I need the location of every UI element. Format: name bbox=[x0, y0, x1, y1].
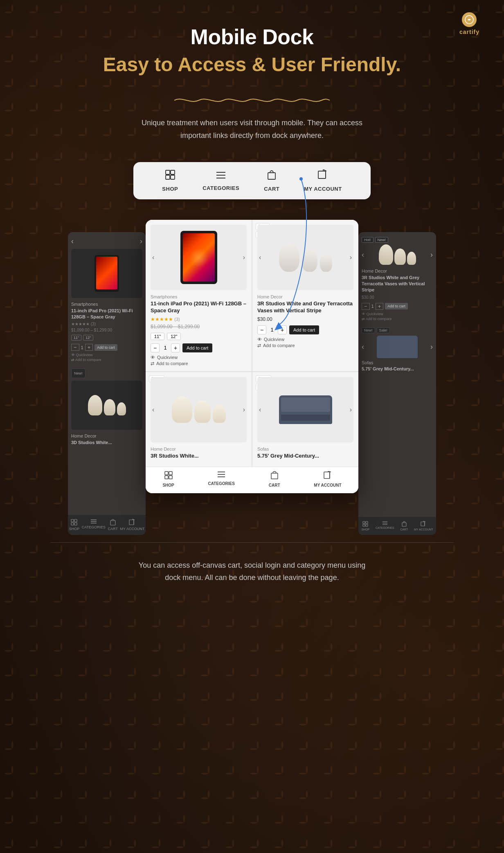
section-divider bbox=[50, 542, 454, 543]
egg-chairs-image bbox=[172, 396, 226, 423]
phone-dock-categories[interactable]: CATEGORIES bbox=[208, 471, 235, 487]
product-name-2: 3R Studios White and Grey Terracotta Vas… bbox=[257, 300, 353, 314]
compare-icon-2: ⇄ bbox=[257, 343, 261, 348]
add-to-cart-2[interactable]: Add to cart bbox=[289, 325, 319, 334]
qty-decrease-1[interactable]: − bbox=[151, 343, 160, 352]
product-card-sofa: New! Sale! ‹ › Sofas 5.75' Grey Mid-Cent… bbox=[252, 372, 358, 467]
phone-dock-myaccount[interactable]: MY ACCOUNT bbox=[314, 471, 341, 487]
size-options-1: 11" 12" bbox=[151, 333, 247, 340]
prev-arrow-egg[interactable]: ‹ bbox=[152, 406, 154, 413]
dock-item-shop[interactable]: SHOP bbox=[162, 169, 178, 192]
phone-myaccount-label: MY ACCOUNT bbox=[314, 483, 341, 487]
page-wrapper: Mobile Dock Easy to Access & User Friend… bbox=[0, 0, 504, 609]
header-description: Unique treatment when users visit throug… bbox=[133, 117, 371, 142]
phone-categories-icon bbox=[217, 471, 225, 480]
qty-decrease-2[interactable]: − bbox=[257, 325, 266, 334]
sofa-image bbox=[279, 395, 332, 424]
top-dock-bar: SHOP CATEGORIES CART bbox=[133, 162, 371, 199]
svg-rect-27 bbox=[402, 523, 406, 526]
bottom-description: You can access off-canvas cart, social l… bbox=[133, 559, 371, 584]
product-name-3: 3R Studios White... bbox=[151, 453, 247, 460]
product-price-1: $1,099.00 – $1,299.00 bbox=[151, 324, 247, 329]
compare-icon-1: ⇄ bbox=[151, 361, 154, 366]
qty-increase-2[interactable]: + bbox=[278, 325, 287, 334]
svg-rect-2 bbox=[171, 170, 175, 174]
svg-rect-18 bbox=[129, 520, 134, 525]
svg-rect-1 bbox=[166, 170, 170, 174]
qty-value-1: 1 bbox=[162, 345, 169, 351]
svg-rect-10 bbox=[71, 519, 74, 522]
cart-icon bbox=[267, 169, 277, 183]
size-12-btn[interactable]: 12" bbox=[167, 333, 181, 340]
wavy-divider bbox=[174, 96, 330, 104]
phone-categories-label: CATEGORIES bbox=[208, 481, 235, 486]
product-card-ipad: ‹ › Smartphones 11-inch iPad Pro (2021) … bbox=[146, 220, 252, 371]
prev-arrow-sofa[interactable]: ‹ bbox=[259, 406, 261, 413]
showcase-wrapper: ‹ › Smartphones 11-inch iPad Pro (2021) … bbox=[68, 220, 436, 493]
add-to-cart-1[interactable]: Add to cart bbox=[182, 343, 212, 352]
next-arrow-sofa[interactable]: › bbox=[350, 406, 352, 413]
dock-cart-label: CART bbox=[264, 186, 279, 192]
product-card-egg: New! ‹ › Home Decor 3R Studios White... bbox=[146, 372, 252, 467]
phone-cart-label: CART bbox=[269, 483, 280, 487]
product-category-4: Sofas bbox=[257, 447, 353, 451]
dock-myaccount-label: MY ACCOUNT bbox=[304, 186, 342, 192]
prev-arrow-ipad[interactable]: ‹ bbox=[152, 254, 154, 261]
dock-item-cart[interactable]: CART bbox=[264, 169, 279, 192]
sub-title: Easy to Access & User Friendly. bbox=[103, 53, 401, 76]
svg-rect-32 bbox=[165, 476, 168, 479]
next-arrow-egg[interactable]: › bbox=[243, 406, 245, 413]
svg-rect-3 bbox=[166, 175, 170, 179]
phone-myaccount-icon bbox=[324, 471, 332, 481]
categories-icon bbox=[216, 170, 226, 182]
side-card-left: ‹ › Smartphones 11-inch iPad Pro (2021) … bbox=[68, 232, 146, 535]
product-name-1: 11-inch iPad Pro (2021) Wi-Fi 128GB – Sp… bbox=[151, 300, 247, 314]
next-arrow-vases[interactable]: › bbox=[350, 254, 352, 261]
svg-rect-37 bbox=[271, 473, 278, 479]
shop-icon bbox=[165, 169, 176, 183]
product-price-2: $30.00 bbox=[257, 316, 353, 322]
svg-rect-33 bbox=[169, 476, 172, 479]
svg-rect-22 bbox=[363, 524, 365, 526]
product-name-4: 5.75' Grey Mid-Century... bbox=[257, 453, 353, 460]
qty-value-2: 1 bbox=[269, 327, 275, 333]
quickview-2[interactable]: 👁 Quickview bbox=[257, 337, 353, 342]
products-grid: ‹ › Smartphones 11-inch iPad Pro (2021) … bbox=[146, 220, 358, 467]
quickview-1[interactable]: 👁 Quickview bbox=[151, 355, 247, 360]
side-card-right: Hot! New! ‹ › Home Decor 3R Studios Whit… bbox=[358, 232, 436, 535]
header-section: Mobile Dock Easy to Access & User Friend… bbox=[70, 25, 434, 76]
compare-2[interactable]: ⇄ Add to compare bbox=[257, 343, 353, 348]
product-stars-1: ★★★★★ (3) bbox=[151, 316, 247, 322]
size-11-btn[interactable]: 11" bbox=[151, 333, 164, 340]
phone-shop-label: SHOP bbox=[162, 483, 174, 487]
svg-rect-9 bbox=[318, 171, 326, 178]
svg-rect-11 bbox=[74, 519, 77, 522]
quickview-icon-2: 👁 bbox=[257, 337, 262, 342]
qty-increase-1[interactable]: + bbox=[171, 343, 180, 352]
svg-rect-31 bbox=[169, 472, 172, 475]
ipad-image bbox=[180, 231, 217, 284]
main-title: Mobile Dock bbox=[103, 25, 401, 49]
dock-shop-label: SHOP bbox=[162, 186, 178, 192]
prev-arrow-vases[interactable]: ‹ bbox=[259, 254, 261, 261]
quickview-icon-1: 👁 bbox=[151, 355, 155, 360]
svg-rect-23 bbox=[366, 524, 368, 526]
svg-rect-30 bbox=[165, 472, 168, 475]
svg-rect-28 bbox=[421, 522, 425, 526]
svg-rect-8 bbox=[268, 173, 275, 179]
svg-rect-20 bbox=[363, 521, 365, 524]
phone-cart-icon bbox=[271, 471, 278, 481]
phone-dock-shop[interactable]: SHOP bbox=[162, 471, 174, 487]
svg-rect-12 bbox=[71, 523, 74, 525]
product-category-1: Smartphones bbox=[151, 294, 247, 299]
product-category-3: Home Decor bbox=[151, 447, 247, 451]
dock-item-myaccount[interactable]: MY ACCOUNT bbox=[304, 169, 342, 192]
product-card-vases: Hot! New! ‹ › Home Decor 3R Studios Whit… bbox=[252, 220, 358, 371]
dock-item-categories[interactable]: CATEGORIES bbox=[202, 170, 239, 191]
product-category-2: Home Decor bbox=[257, 294, 353, 299]
svg-rect-21 bbox=[366, 521, 368, 524]
phone-dock-cart[interactable]: CART bbox=[269, 471, 280, 487]
dock-categories-label: CATEGORIES bbox=[202, 185, 239, 191]
compare-1[interactable]: ⇄ Add to compare bbox=[151, 361, 247, 366]
next-arrow-ipad[interactable]: › bbox=[243, 254, 245, 261]
